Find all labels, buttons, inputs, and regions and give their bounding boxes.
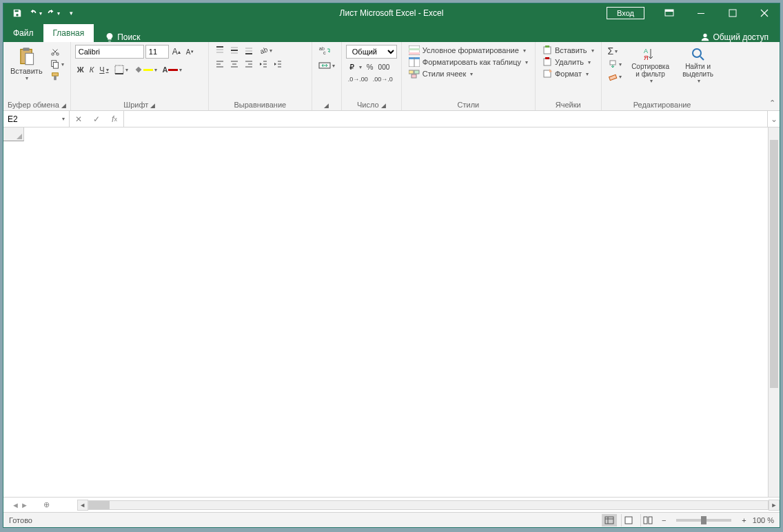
decrease-indent-button[interactable] — [256, 59, 270, 70]
tell-me-search[interactable]: Поиск — [105, 32, 140, 42]
sheet-nav-next[interactable]: ► — [21, 501, 28, 509]
share-button[interactable]: Общий доступ — [700, 32, 769, 42]
title-bar: ▾ ▾ ▾ Лист Microsoft Excel - Excel Вход — [3, 3, 780, 23]
align-right-button[interactable] — [242, 59, 256, 70]
close-button[interactable] — [749, 3, 780, 23]
align-middle-button[interactable] — [227, 45, 241, 56]
qat-customize[interactable]: ▾ — [63, 6, 79, 21]
zoom-slider[interactable] — [676, 519, 731, 522]
svg-text:c: c — [323, 50, 326, 55]
select-all-corner[interactable] — [3, 127, 24, 141]
name-box[interactable]: E2 ▾ — [3, 111, 70, 127]
zoom-out-button[interactable]: − — [660, 515, 668, 525]
increase-decimal-button[interactable]: .0→.00 — [346, 75, 370, 83]
find-select-button[interactable]: Найти и выделить▾ — [678, 45, 719, 85]
hscroll-left[interactable]: ◄ — [77, 500, 88, 511]
indent-icon — [273, 59, 283, 69]
delete-cells-button[interactable]: Удалить▾ — [540, 57, 593, 68]
merge-button[interactable]: ▾ — [316, 60, 337, 71]
vscroll-thumb[interactable] — [770, 140, 778, 388]
expand-formula-bar[interactable]: ⌄ — [767, 111, 780, 127]
undo-button[interactable]: ▾ — [27, 6, 43, 21]
italic-button[interactable]: К — [88, 64, 96, 75]
zoom-thumb[interactable] — [701, 516, 706, 524]
increase-font-button[interactable]: A▴ — [170, 45, 183, 59]
fill-button[interactable]: ▾ — [606, 59, 624, 70]
font-color-button[interactable]: A▾ — [161, 64, 184, 75]
svg-rect-52 — [414, 70, 419, 74]
align-center-button[interactable] — [227, 59, 241, 70]
page-break-view-button[interactable] — [640, 514, 655, 526]
insert-function-button[interactable]: fx — [105, 111, 123, 127]
new-sheet-button[interactable]: ⊕ — [37, 500, 57, 509]
app-window: ▾ ▾ ▾ Лист Microsoft Excel - Excel Вход … — [3, 3, 780, 528]
align-right-icon — [244, 59, 254, 69]
signin-button[interactable]: Вход — [607, 7, 644, 19]
minimize-button[interactable] — [686, 3, 716, 23]
collapse-ribbon-button[interactable]: ⌃ — [769, 99, 775, 108]
wrap-text-button[interactable]: abc — [316, 45, 333, 56]
align-bottom-button[interactable] — [242, 45, 256, 56]
cond-format-icon — [409, 45, 420, 55]
cell-styles-icon — [409, 69, 420, 79]
zoom-in-button[interactable]: + — [740, 515, 748, 525]
decrease-font-button[interactable]: A▾ — [184, 45, 196, 59]
file-tab[interactable]: Файл — [3, 24, 43, 42]
horizontal-scrollbar[interactable] — [88, 500, 769, 510]
svg-rect-68 — [625, 517, 632, 524]
accounting-format-button[interactable]: ₽▾ — [346, 61, 364, 72]
svg-rect-13 — [54, 76, 57, 80]
svg-rect-3 — [729, 10, 736, 17]
bold-button[interactable]: Ж — [75, 64, 86, 75]
clipboard-group-label: Буфер обмена ◢ — [8, 99, 66, 109]
decrease-decimal-button[interactable]: .00→.0 — [371, 75, 395, 83]
autosum-button[interactable]: Σ▾ — [606, 45, 624, 57]
svg-text:ab: ab — [258, 45, 267, 55]
fill-color-button[interactable]: ▾ — [132, 64, 159, 75]
sort-filter-button[interactable]: AЯ Сортировка и фильтр▾ — [628, 45, 673, 85]
underline-button[interactable]: Ч▾ — [97, 64, 110, 75]
align-bottom-icon — [244, 45, 254, 55]
name-box-value: E2 — [8, 114, 18, 124]
enter-formula-button[interactable]: ✓ — [88, 111, 105, 127]
ribbon-tab-0[interactable]: Главная — [43, 24, 94, 42]
conditional-formatting-button[interactable]: Условное форматирование▾ — [406, 45, 529, 56]
increase-indent-button[interactable] — [271, 59, 285, 70]
hscroll-thumb[interactable] — [89, 501, 110, 509]
cells-group: Вставить▾ Удалить▾ Формат▾ Ячейки — [536, 42, 602, 110]
formula-input[interactable] — [124, 111, 767, 127]
zoom-level: 100 % — [753, 516, 774, 524]
normal-view-button[interactable] — [602, 514, 617, 526]
vertical-scrollbar[interactable] — [768, 127, 780, 497]
cut-button[interactable] — [48, 46, 66, 57]
redo-button[interactable]: ▾ — [45, 6, 61, 21]
orientation-button[interactable]: ab▾ — [256, 45, 274, 56]
save-button[interactable] — [9, 6, 26, 21]
format-cells-button[interactable]: Формат▾ — [540, 68, 591, 79]
maximize-button[interactable] — [718, 3, 748, 23]
insert-cells-button[interactable]: Вставить▾ — [540, 45, 597, 56]
number-format-select[interactable]: Общий — [346, 45, 397, 59]
format-as-table-button[interactable]: Форматировать как таблицу▾ — [406, 57, 531, 68]
borders-button[interactable]: ▾ — [112, 64, 130, 75]
percent-button[interactable]: % — [365, 61, 376, 72]
comma-button[interactable]: 000 — [376, 61, 392, 72]
sort-filter-icon: AЯ — [642, 46, 659, 63]
clear-button[interactable]: ▾ — [606, 71, 624, 82]
sheet-nav-prev[interactable]: ◄ — [12, 501, 19, 509]
cancel-formula-button[interactable]: ✕ — [70, 111, 88, 127]
font-size-input[interactable] — [145, 45, 169, 59]
format-painter-button[interactable] — [48, 71, 66, 82]
cell-styles-button[interactable]: Стили ячеек▾ — [406, 68, 476, 79]
svg-rect-1 — [665, 10, 673, 12]
ribbon-display-options[interactable] — [654, 3, 684, 23]
paste-button[interactable]: Вставить ▾ — [8, 45, 45, 83]
align-top-button[interactable] — [213, 45, 227, 56]
page-layout-view-button[interactable] — [621, 514, 636, 526]
ribbon-tabs: Файл Главная Поиск Общий доступ — [3, 23, 780, 42]
align-left-button[interactable] — [213, 59, 227, 70]
hscroll-right[interactable]: ► — [769, 500, 780, 511]
font-name-input[interactable] — [75, 45, 144, 59]
svg-rect-59 — [610, 61, 616, 65]
copy-button[interactable]: ▾ — [48, 59, 66, 70]
